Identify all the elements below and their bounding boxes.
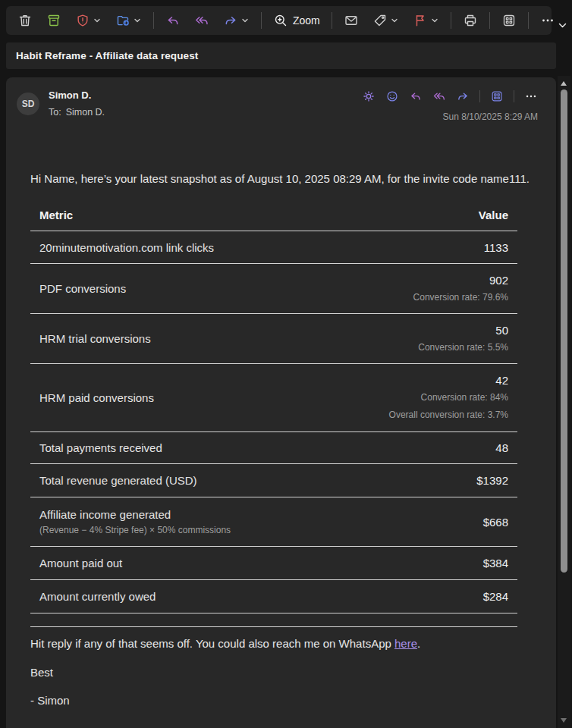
reaction-smiley-icon[interactable] bbox=[385, 89, 399, 103]
metric-subnote: Conversion rate: 79.6% bbox=[413, 289, 508, 306]
vertical-scrollbar[interactable] bbox=[558, 76, 570, 728]
metric-value: 42 bbox=[389, 372, 508, 389]
toolbar-divider bbox=[489, 12, 490, 29]
flag-icon bbox=[413, 13, 428, 28]
toolbar-divider bbox=[451, 12, 451, 29]
metric-value: $384 bbox=[483, 554, 508, 572]
column-header-metric: Metric bbox=[39, 209, 73, 221]
outlook-reading-pane: Zoom bbox=[0, 0, 572, 728]
delete-button[interactable] bbox=[11, 9, 39, 32]
reply-all-icon bbox=[194, 13, 209, 28]
print-button[interactable] bbox=[456, 9, 485, 32]
message-header: SD Simon D. To: Simon D. bbox=[6, 77, 556, 132]
metric-name: Total payments received bbox=[39, 441, 162, 454]
whatsapp-link[interactable]: here bbox=[394, 637, 417, 650]
scrollbar-down-arrow[interactable] bbox=[561, 718, 567, 723]
zoom-label: Zoom bbox=[293, 14, 320, 27]
forward-button[interactable] bbox=[216, 9, 256, 32]
more-options-icon[interactable] bbox=[524, 89, 538, 103]
metric-value: $1392 bbox=[476, 472, 508, 489]
metric-value: $284 bbox=[483, 588, 508, 605]
chevron-down-icon bbox=[430, 16, 439, 25]
metric-value: 1133 bbox=[484, 239, 508, 256]
apps-grid-icon bbox=[501, 13, 517, 28]
table-row: Total revenue generated (USD) $1392 bbox=[30, 464, 517, 497]
move-to-folder-button[interactable] bbox=[108, 9, 149, 32]
apps-button[interactable] bbox=[495, 9, 523, 32]
command-toolbar: Zoom bbox=[6, 6, 552, 35]
message-timestamp: Sun 8/10/2025 8:29 AM bbox=[443, 111, 538, 122]
table-row-spacer bbox=[30, 613, 517, 627]
chevron-down-icon bbox=[557, 20, 568, 31]
apps-grid-icon[interactable] bbox=[490, 89, 504, 103]
metric-name: Amount currently owed bbox=[39, 590, 156, 603]
greeting-text: Hi Name, here’s your latest snapshot as … bbox=[30, 171, 536, 187]
chevron-down-icon bbox=[133, 16, 142, 25]
reply-button[interactable] bbox=[159, 9, 187, 32]
metric-subnote: Overall conversion rate: 3.7% bbox=[389, 406, 508, 424]
reply-icon bbox=[165, 13, 181, 28]
metric-value: 902 bbox=[413, 271, 508, 289]
metric-name: 20minutemotivation.com link clicks bbox=[39, 241, 214, 254]
signoff-text: Best bbox=[30, 665, 536, 680]
table-row: Total payments received 48 bbox=[30, 432, 517, 464]
table-header-row: Metric Value bbox=[30, 199, 517, 231]
to-recipient[interactable]: Simon D. bbox=[66, 107, 105, 118]
metric-name: Total revenue generated (USD) bbox=[39, 474, 197, 487]
table-row: HRM paid conversions 42 Conversion rate:… bbox=[30, 364, 517, 432]
toolbar-divider bbox=[153, 12, 154, 29]
metric-name: Amount paid out bbox=[39, 557, 122, 570]
closing-period: . bbox=[417, 637, 420, 650]
archive-button[interactable] bbox=[39, 9, 68, 32]
metric-value: 48 bbox=[495, 439, 508, 457]
table-row: Amount currently owed $284 bbox=[30, 580, 517, 613]
metric-name: PDF conversions bbox=[39, 282, 126, 295]
more-options-icon bbox=[540, 13, 555, 28]
summarize-sun-icon[interactable] bbox=[362, 89, 376, 103]
metric-value: $668 bbox=[483, 513, 508, 531]
table-row: HRM trial conversions 50 Conversion rate… bbox=[30, 314, 517, 364]
metric-formula-note: (Revenue − 4% Stripe fee) × 50% commissi… bbox=[39, 525, 231, 535]
table-row: 20minutemotivation.com link clicks 1133 bbox=[30, 231, 517, 264]
metric-name: HRM trial conversions bbox=[39, 332, 151, 345]
metric-subnote: Conversion rate: 84% bbox=[389, 389, 508, 406]
reply-all-icon[interactable] bbox=[432, 89, 446, 103]
metrics-table: Metric Value 20minutemotivation.com link… bbox=[30, 199, 517, 627]
table-row: PDF conversions 902 Conversion rate: 79.… bbox=[30, 264, 517, 314]
scrollbar-up-arrow[interactable] bbox=[561, 81, 567, 86]
sender-name[interactable]: Simon D. bbox=[49, 89, 91, 101]
toolbar-divider bbox=[332, 12, 332, 29]
toolbar-divider bbox=[261, 12, 262, 29]
printer-icon bbox=[463, 13, 478, 28]
email-body: Hi Name, here’s your latest snapshot as … bbox=[6, 132, 556, 708]
reply-icon[interactable] bbox=[409, 89, 423, 103]
tag-icon bbox=[372, 13, 388, 28]
recipient-line: To: Simon D. bbox=[49, 107, 105, 118]
forward-icon bbox=[223, 13, 238, 28]
signature-text: - Simon bbox=[30, 693, 536, 708]
metric-value: 50 bbox=[418, 322, 508, 339]
header-divider bbox=[479, 90, 480, 102]
collapse-toolbar-button[interactable] bbox=[555, 18, 569, 32]
categorize-button[interactable] bbox=[366, 9, 406, 32]
read-unread-button[interactable] bbox=[337, 9, 366, 32]
scrollbar-thumb[interactable] bbox=[561, 89, 567, 573]
reply-all-button[interactable] bbox=[187, 9, 216, 32]
chevron-down-icon bbox=[390, 16, 399, 25]
move-to-folder-icon bbox=[115, 13, 130, 28]
flag-button[interactable] bbox=[406, 9, 446, 32]
metric-name: Affiliate income generated bbox=[39, 508, 231, 521]
report-button[interactable] bbox=[68, 9, 108, 32]
closing-text: Hit reply if any of that seems off. You … bbox=[30, 637, 394, 650]
column-header-value: Value bbox=[479, 209, 508, 221]
chevron-down-icon bbox=[93, 16, 102, 25]
message-action-icons bbox=[362, 89, 538, 103]
subject-bar: Habit Reframe - Affiliate data request bbox=[6, 42, 556, 69]
zoom-magnifier-icon bbox=[273, 13, 288, 28]
table-row: Amount paid out $384 bbox=[30, 547, 517, 580]
avatar[interactable]: SD bbox=[17, 93, 39, 115]
chevron-down-icon bbox=[240, 16, 250, 25]
forward-icon[interactable] bbox=[456, 89, 470, 103]
zoom-button[interactable]: Zoom bbox=[266, 9, 327, 32]
message-card: SD Simon D. To: Simon D. bbox=[6, 77, 556, 728]
